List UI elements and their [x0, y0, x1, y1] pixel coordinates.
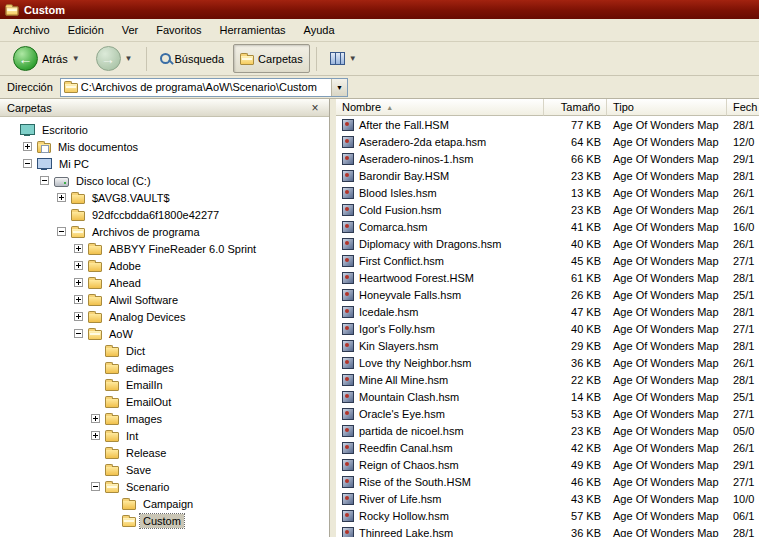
expand-icon[interactable]	[23, 142, 32, 151]
file-size-cell: 53 KB	[544, 405, 607, 422]
expand-icon[interactable]	[74, 261, 83, 270]
tree-item-avg8-vault[interactable]: $AVG8.VAULT$	[0, 189, 329, 206]
tree-item-int[interactable]: Int	[0, 427, 329, 444]
address-dropdown-icon[interactable]: ▼	[331, 79, 347, 96]
back-button[interactable]: ← Atrás ▼	[6, 44, 87, 73]
tree-item-emailout[interactable]: EmailOut	[0, 393, 329, 410]
file-row-oracle-s-eye-hsm[interactable]: Oracle's Eye.hsm53 KBAge Of Wonders Map2…	[336, 405, 759, 422]
file-row-river-of-life-hsm[interactable]: River of Life.hsm43 KBAge Of Wonders Map…	[336, 490, 759, 507]
file-row-aseradero-ninos-1-hsm[interactable]: Aseradero-ninos-1.hsm66 KBAge Of Wonders…	[336, 150, 759, 167]
tree-item-emailin[interactable]: EmailIn	[0, 376, 329, 393]
tree-item-ahead[interactable]: Ahead	[0, 274, 329, 291]
file-type-cell: Age Of Wonders Map	[607, 490, 727, 507]
column-header-tama-o[interactable]: Tamaño	[544, 99, 607, 116]
file-row-igor-s-folly-hsm[interactable]: Igor's Folly.hsm40 KBAge Of Wonders Map2…	[336, 320, 759, 337]
menu-ver[interactable]: Ver	[113, 21, 148, 39]
expand-icon[interactable]	[74, 312, 83, 321]
tree-item-aow[interactable]: AoW	[0, 325, 329, 342]
file-row-heartwood-forest-hsm[interactable]: Heartwood Forest.HSM61 KBAge Of Wonders …	[336, 269, 759, 286]
file-row-cold-fusion-hsm[interactable]: Cold Fusion.hsm23 KBAge Of Wonders Map26…	[336, 201, 759, 218]
file-name: Rocky Hollow.hsm	[359, 510, 449, 522]
file-row-comarca-hsm[interactable]: Comarca.hsm41 KBAge Of Wonders Map16/0	[336, 218, 759, 235]
search-button[interactable]: Búsqueda	[153, 44, 232, 73]
file-row-thinreed-lake-hsm[interactable]: Thinreed Lake.hsm36 KBAge Of Wonders Map…	[336, 524, 759, 537]
column-header-tipo[interactable]: Tipo	[607, 99, 727, 116]
expand-icon[interactable]	[57, 193, 66, 202]
expand-icon[interactable]	[74, 278, 83, 287]
titlebar[interactable]: Custom	[0, 0, 759, 19]
file-row-reedfin-canal-hsm[interactable]: Reedfin Canal.hsm42 KBAge Of Wonders Map…	[336, 439, 759, 456]
tree-item-label: $AVG8.VAULT$	[89, 191, 173, 205]
tree-item-release[interactable]: Release	[0, 444, 329, 461]
collapse-icon[interactable]	[57, 227, 66, 236]
expand-icon[interactable]	[91, 431, 100, 440]
tree-item-analog-devices[interactable]: Analog Devices	[0, 308, 329, 325]
file-row-blood-isles-hsm[interactable]: Blood Isles.hsm13 KBAge Of Wonders Map26…	[336, 184, 759, 201]
views-dropdown-icon[interactable]: ▼	[349, 54, 357, 63]
menu-edici-n[interactable]: Edición	[59, 21, 113, 39]
close-icon[interactable]: ×	[308, 102, 322, 114]
file-row-rise-of-the-south-hsm[interactable]: Rise of the South.HSM46 KBAge Of Wonders…	[336, 473, 759, 490]
file-date-cell: 12/0	[727, 133, 759, 150]
tree-item-disco-local-c[interactable]: Disco local (C:)	[0, 172, 329, 189]
file-row-reign-of-chaos-hsm[interactable]: Reign of Chaos.hsm49 KBAge Of Wonders Ma…	[336, 456, 759, 473]
back-dropdown-icon[interactable]: ▼	[72, 54, 80, 63]
folders-button[interactable]: Carpetas	[233, 44, 310, 73]
column-header-fech[interactable]: Fech	[727, 99, 759, 116]
file-row-aseradero-2da-etapa-hsm[interactable]: Aseradero-2da etapa.hsm64 KBAge Of Wonde…	[336, 133, 759, 150]
file-row-first-conflict-hsm[interactable]: First Conflict.hsm45 KBAge Of Wonders Ma…	[336, 252, 759, 269]
menu-herramientas[interactable]: Herramientas	[211, 21, 295, 39]
tree-item-edimages[interactable]: edimages	[0, 359, 329, 376]
collapse-icon[interactable]	[74, 329, 83, 338]
collapse-icon[interactable]	[91, 482, 100, 491]
file-list-header: Nombre▲TamañoTipoFech	[336, 99, 759, 116]
tree-item-92dfccbdda6f1800e42277[interactable]: 92dfccbdda6f1800e42277	[0, 206, 329, 223]
forward-button[interactable]: → ▼	[89, 44, 140, 73]
expand-icon[interactable]	[74, 295, 83, 304]
tree-item-archivos-de-programa[interactable]: Archivos de programa	[0, 223, 329, 240]
tree-item-scenario[interactable]: Scenario	[0, 478, 329, 495]
file-row-mountain-clash-hsm[interactable]: Mountain Clash.hsm14 KBAge Of Wonders Ma…	[336, 388, 759, 405]
expand-icon[interactable]	[91, 414, 100, 423]
tree-item-dict[interactable]: Dict	[0, 342, 329, 359]
file-date-cell: 10/0	[727, 490, 759, 507]
file-row-honeyvale-falls-hsm[interactable]: Honeyvale Falls.hsm26 KBAge Of Wonders M…	[336, 286, 759, 303]
tree-item-escritorio[interactable]: Escritorio	[0, 121, 329, 138]
tree-item-mi-pc[interactable]: Mi PC	[0, 155, 329, 172]
map-file-icon	[342, 170, 354, 182]
file-type-cell: Age Of Wonders Map	[607, 303, 727, 320]
file-row-diplomacy-with-dragons-hsm[interactable]: Diplomacy with Dragons.hsm40 KBAge Of Wo…	[336, 235, 759, 252]
tree-item-save[interactable]: Save	[0, 461, 329, 478]
file-row-rocky-hollow-hsm[interactable]: Rocky Hollow.hsm57 KBAge Of Wonders Map0…	[336, 507, 759, 524]
address-input[interactable]	[81, 80, 328, 95]
collapse-icon[interactable]	[23, 159, 32, 168]
expand-icon[interactable]	[74, 244, 83, 253]
file-row-mine-all-mine-hsm[interactable]: Mine All Mine.hsm22 KBAge Of Wonders Map…	[336, 371, 759, 388]
menu-ayuda[interactable]: Ayuda	[295, 21, 344, 39]
file-row-icedale-hsm[interactable]: Icedale.hsm47 KBAge Of Wonders Map28/1	[336, 303, 759, 320]
tree-item-mis-documentos[interactable]: Mis documentos	[0, 138, 329, 155]
file-row-love-thy-neighbor-hsm[interactable]: Love thy Neighbor.hsm36 KBAge Of Wonders…	[336, 354, 759, 371]
file-size-cell: 13 KB	[544, 184, 607, 201]
tree-item-alwil-software[interactable]: Alwil Software	[0, 291, 329, 308]
search-icon	[160, 53, 171, 64]
tree-item-abbyy-finereader-6-0-sprint[interactable]: ABBYY FineReader 6.0 Sprint	[0, 240, 329, 257]
file-row-partida-de-nicoel-hsm[interactable]: partida de nicoel.hsm23 KBAge Of Wonders…	[336, 422, 759, 439]
map-file-icon	[342, 425, 354, 437]
tree-item-images[interactable]: Images	[0, 410, 329, 427]
file-row-after-the-fall-hsm[interactable]: After the Fall.HSM77 KBAge Of Wonders Ma…	[336, 116, 759, 133]
tree-item-adobe[interactable]: Adobe	[0, 257, 329, 274]
map-file-icon	[342, 340, 354, 352]
desktop-icon	[20, 124, 35, 136]
menu-favoritos[interactable]: Favoritos	[147, 21, 210, 39]
forward-dropdown-icon[interactable]: ▼	[125, 54, 133, 63]
address-field[interactable]: ▼	[60, 78, 348, 97]
tree-item-campaign[interactable]: Campaign	[0, 495, 329, 512]
views-button[interactable]: ▼	[323, 44, 364, 73]
collapse-icon[interactable]	[40, 176, 49, 185]
menu-archivo[interactable]: Archivo	[4, 21, 59, 39]
file-row-barondir-bay-hsm[interactable]: Barondir Bay.HSM23 KBAge Of Wonders Map2…	[336, 167, 759, 184]
column-header-nombre[interactable]: Nombre▲	[336, 99, 544, 116]
tree-item-custom[interactable]: Custom	[0, 512, 329, 529]
file-row-kin-slayers-hsm[interactable]: Kin Slayers.hsm29 KBAge Of Wonders Map28…	[336, 337, 759, 354]
